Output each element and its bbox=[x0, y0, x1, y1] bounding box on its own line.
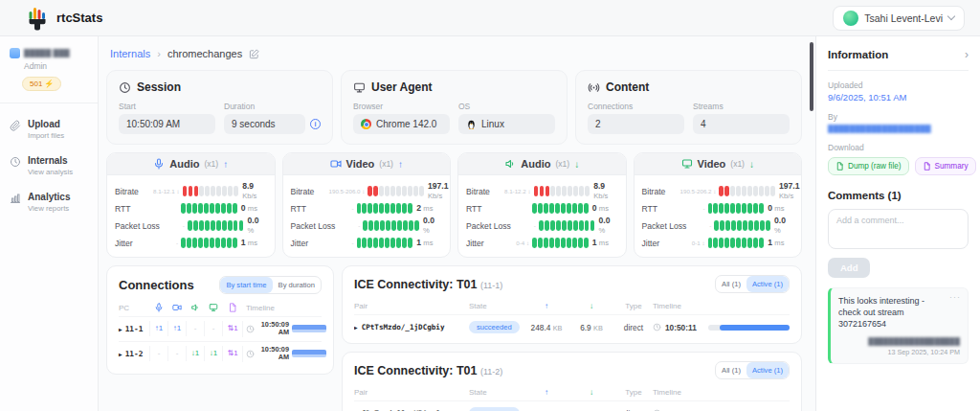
connection-pc[interactable]: ▶11-1 bbox=[119, 325, 149, 333]
user-menu[interactable]: Tsahi Levent-Levi bbox=[833, 6, 965, 31]
metric-bar bbox=[363, 220, 419, 231]
user-avatar bbox=[843, 11, 858, 26]
bar-segment bbox=[210, 203, 214, 214]
bar-segment bbox=[368, 203, 372, 214]
bar-segment bbox=[188, 220, 192, 231]
bar-segment bbox=[562, 220, 567, 231]
bar-segment bbox=[759, 186, 764, 196]
mic-icon bbox=[154, 303, 164, 312]
filter-all-button[interactable]: All (1) bbox=[716, 362, 746, 378]
metric-bar bbox=[708, 203, 765, 214]
bar-segment bbox=[379, 203, 384, 214]
bar-segment bbox=[719, 238, 724, 248]
connection-timeline: 10:50:09 AM bbox=[242, 346, 326, 362]
bar-segment bbox=[391, 220, 396, 231]
ice-filter-toggle: All (1)Active (1) bbox=[715, 275, 790, 293]
bar-segment bbox=[228, 220, 233, 231]
ice-connectivity-panel-1: ICE Connectivity: T01 (11-1)All (1)Activ… bbox=[342, 265, 802, 344]
chevron-right-icon[interactable]: › bbox=[965, 48, 969, 61]
main-scrollbar[interactable] bbox=[810, 42, 813, 111]
bar-segment bbox=[373, 186, 378, 196]
lightning-icon: ⚡ bbox=[44, 80, 54, 88]
bar-segment bbox=[216, 186, 221, 196]
bar-segment bbox=[742, 186, 746, 196]
metric-row: RTT-2 ms bbox=[291, 202, 443, 215]
sidebar-item-internals[interactable]: Internals View analysis bbox=[0, 148, 98, 184]
left-sidebar: █████ ███ Admin 501⚡ Upload Import files… bbox=[0, 36, 99, 411]
breadcrumb-internals-link[interactable]: Internals bbox=[110, 48, 150, 59]
bar-segment bbox=[568, 220, 572, 231]
metric-range: 190.5-206.2 ↕ bbox=[680, 188, 720, 194]
metric-row: Bitrate8.1-12.2 ↕8.9 Kb/s bbox=[466, 185, 618, 197]
metric-value: 0 ms bbox=[589, 204, 618, 214]
bar-segment bbox=[719, 186, 724, 196]
bar-segment bbox=[736, 186, 741, 196]
comment-input[interactable] bbox=[828, 209, 969, 249]
clock-icon bbox=[246, 325, 255, 333]
sort-by-duration-button[interactable]: By duration bbox=[273, 277, 321, 293]
metric-bar bbox=[368, 186, 424, 196]
metric-range: - bbox=[153, 240, 181, 246]
media-card-title: Audio bbox=[169, 158, 199, 170]
filter-active-button[interactable]: Active (1) bbox=[746, 362, 789, 378]
metric-range: 8.1-12.1 ↕ bbox=[153, 188, 183, 194]
bar-segment bbox=[753, 186, 758, 196]
media-card-header: Audio(x1)↑ bbox=[107, 153, 275, 175]
bar-segment bbox=[562, 186, 567, 196]
col-bytes-sent: ↑ bbox=[524, 302, 568, 310]
dump-raw-file-button[interactable]: Dump (raw file) bbox=[828, 157, 909, 175]
bar-segment bbox=[736, 238, 741, 248]
filter-all-button[interactable]: All (1) bbox=[716, 276, 746, 292]
edit-icon[interactable] bbox=[249, 49, 259, 59]
connections-panel: Connections By start time By duration PC bbox=[106, 265, 334, 375]
connections-table: PC Timeline ▶11-1↑1↑1--⇅110:50:09 AM▶11-… bbox=[119, 303, 322, 366]
bar-segment bbox=[368, 220, 373, 231]
metric-bar bbox=[708, 238, 765, 248]
add-comment-button[interactable]: Add bbox=[828, 258, 870, 278]
bar-segment bbox=[550, 186, 555, 196]
uploaded-value[interactable]: 9/6/2025, 10:51 AM bbox=[828, 92, 969, 103]
status-badge: succeeded bbox=[469, 407, 520, 411]
connection-pc[interactable]: ▶11-2 bbox=[119, 350, 149, 358]
document-icon bbox=[923, 162, 931, 171]
breadcrumb: Internals › chromechanges bbox=[106, 48, 802, 59]
camera-icon bbox=[330, 158, 342, 170]
metric-range: - bbox=[329, 205, 357, 212]
comment-timestamp: 13 Sep 2025, 10:24 PM bbox=[838, 348, 960, 356]
connections-label: Connections bbox=[588, 102, 684, 111]
ice-panel-header: ICE Connectivity: T01 (11-1)All (1)Activ… bbox=[354, 275, 790, 293]
metric-row: Jitter-1 ms bbox=[291, 237, 443, 249]
connection-stat: ↑1 bbox=[149, 321, 167, 336]
bar-segment bbox=[713, 203, 718, 214]
bar-segment bbox=[742, 238, 746, 248]
metric-label: Packet Loss bbox=[291, 221, 336, 231]
bar-segment bbox=[539, 220, 544, 231]
metric-unit: ms bbox=[423, 239, 433, 247]
metric-value: 8.9 Kb/s bbox=[590, 182, 617, 201]
download-file-icon bbox=[835, 162, 844, 171]
metric-label: Packet Loss bbox=[642, 221, 687, 231]
bar-segment bbox=[719, 203, 724, 214]
comment-more-icon[interactable]: ··· bbox=[949, 292, 961, 302]
sidebar-item-analytics[interactable]: Analytics View reports bbox=[0, 184, 98, 220]
ice-pair[interactable]: ▶CPtTsMzdo/_1jDCgbiy bbox=[354, 323, 469, 331]
connections-value: 2 bbox=[588, 114, 684, 134]
sidebar-item-upload[interactable]: Upload Import files bbox=[0, 111, 98, 148]
metric-label: Bitrate bbox=[291, 187, 329, 196]
info-icon[interactable]: i bbox=[310, 119, 321, 129]
filter-active-button[interactable]: Active (1) bbox=[746, 276, 789, 292]
bar-segment bbox=[713, 238, 718, 248]
sidebar-user-role: Admin bbox=[24, 61, 88, 71]
bar-segment bbox=[379, 238, 384, 248]
sidebar-user-name: █████ ███ bbox=[24, 49, 70, 57]
sort-by-start-time-button[interactable]: By start time bbox=[220, 277, 272, 293]
metric-bar bbox=[539, 220, 595, 231]
bar-segment bbox=[748, 220, 753, 231]
metric-value: 0 ms bbox=[764, 204, 793, 214]
connections-title: Connections bbox=[119, 278, 194, 292]
metric-range: 0-4 ↕ bbox=[504, 240, 532, 246]
metric-label: Jitter bbox=[466, 239, 504, 248]
page-layout: █████ ███ Admin 501⚡ Upload Import files… bbox=[0, 36, 980, 411]
metric-value: 0 ms bbox=[237, 204, 267, 214]
summary-button[interactable]: Summary bbox=[915, 157, 976, 175]
